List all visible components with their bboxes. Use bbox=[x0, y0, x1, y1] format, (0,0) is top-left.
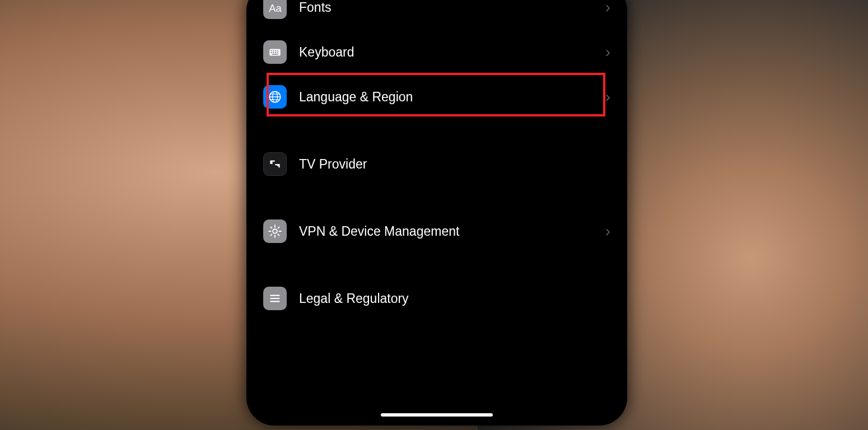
row-label: TV Provider bbox=[299, 157, 610, 172]
settings-row-keyboard[interactable]: Keyboard › bbox=[263, 32, 610, 72]
svg-rect-7 bbox=[273, 52, 274, 53]
gear-icon bbox=[263, 219, 287, 243]
row-label: Language & Region bbox=[299, 90, 605, 105]
svg-rect-2 bbox=[270, 50, 272, 52]
svg-rect-4 bbox=[275, 50, 276, 52]
row-label: Fonts bbox=[299, 0, 605, 15]
chevron-right-icon: › bbox=[605, 222, 610, 240]
settings-row-vpn-device-management[interactable]: VPN & Device Management › bbox=[263, 212, 610, 251]
svg-point-16 bbox=[273, 229, 277, 233]
row-label: VPN & Device Management bbox=[299, 224, 605, 239]
phone-frame: Aa Fonts › Keyboard › Language & bbox=[246, 0, 627, 426]
svg-rect-3 bbox=[273, 50, 274, 52]
chevron-right-icon: › bbox=[605, 88, 610, 106]
svg-rect-9 bbox=[277, 52, 278, 53]
chevron-right-icon: › bbox=[605, 0, 610, 16]
svg-rect-10 bbox=[272, 54, 278, 55]
globe-icon bbox=[263, 85, 287, 109]
home-indicator[interactable] bbox=[381, 413, 493, 417]
tv-provider-icon bbox=[263, 152, 287, 176]
document-icon bbox=[263, 287, 287, 310]
fonts-icon: Aa bbox=[263, 0, 287, 19]
settings-list: Aa Fonts › Keyboard › Language & bbox=[263, 0, 610, 318]
svg-rect-5 bbox=[277, 50, 278, 52]
row-label: Keyboard bbox=[299, 45, 605, 60]
svg-rect-8 bbox=[275, 52, 276, 53]
settings-row-legal-regulatory[interactable]: Legal & Regulatory bbox=[263, 279, 610, 318]
settings-row-fonts[interactable]: Aa Fonts › bbox=[263, 0, 610, 27]
chevron-right-icon: › bbox=[605, 43, 610, 61]
svg-rect-6 bbox=[270, 52, 272, 53]
settings-row-language-region[interactable]: Language & Region › bbox=[263, 77, 610, 116]
row-label: Legal & Regulatory bbox=[299, 291, 610, 306]
svg-text:Aa: Aa bbox=[269, 2, 282, 14]
keyboard-icon bbox=[263, 40, 287, 64]
settings-row-tv-provider[interactable]: TV Provider bbox=[263, 144, 610, 184]
phone-screen: Aa Fonts › Keyboard › Language & bbox=[251, 0, 623, 421]
